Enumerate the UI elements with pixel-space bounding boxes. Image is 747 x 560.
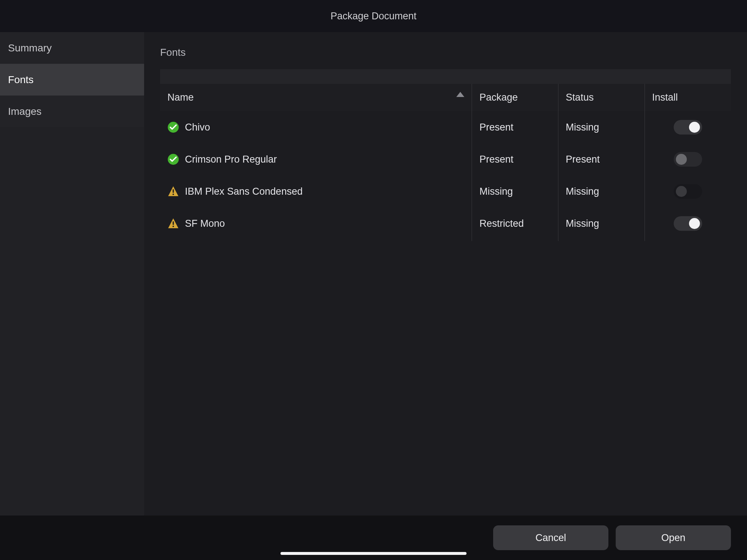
cell-package: Missing — [472, 175, 558, 207]
column-header-package-label: Package — [479, 92, 518, 103]
cell-name: Crimson Pro Regular — [160, 143, 472, 175]
open-button[interactable]: Open — [616, 525, 731, 550]
home-indicator[interactable] — [280, 552, 467, 555]
warning-icon — [167, 218, 179, 229]
column-header-status[interactable]: Status — [558, 84, 645, 111]
cell-status: Missing — [558, 175, 645, 207]
section-title: Fonts — [160, 47, 731, 58]
main-panel: Fonts Name — [144, 32, 747, 516]
cell-package: Present — [472, 143, 558, 175]
sidebar: SummaryFontsImages — [0, 32, 144, 516]
svg-point-5 — [173, 194, 174, 195]
status-value: Missing — [566, 218, 599, 229]
sidebar-item-label: Fonts — [8, 74, 34, 86]
toggle-knob — [676, 154, 687, 165]
checkmark-icon — [167, 121, 179, 133]
package-value: Restricted — [479, 218, 524, 229]
cell-package: Restricted — [472, 207, 558, 241]
font-name: SF Mono — [185, 218, 225, 229]
sidebar-item-fonts[interactable]: Fonts — [0, 64, 144, 96]
svg-marker-0 — [456, 92, 464, 97]
cell-name: Chivo — [160, 111, 472, 143]
toggle-knob — [689, 218, 700, 229]
svg-rect-7 — [173, 221, 174, 225]
column-header-package[interactable]: Package — [472, 84, 558, 111]
install-toggle — [674, 152, 702, 167]
column-header-name[interactable]: Name — [160, 84, 472, 111]
install-toggle[interactable] — [674, 120, 702, 135]
cell-install — [645, 111, 731, 143]
checkmark-icon — [167, 153, 179, 165]
sort-ascending-icon — [456, 92, 464, 97]
font-name: Crimson Pro Regular — [185, 154, 277, 165]
table-row: IBM Plex Sans CondensedMissingMissing — [160, 175, 731, 207]
status-value: Present — [566, 154, 600, 165]
sidebar-item-summary[interactable]: Summary — [0, 32, 144, 64]
cell-install — [645, 143, 731, 175]
table-row: Crimson Pro RegularPresentPresent — [160, 143, 731, 175]
font-table: Name Package Status Install — [160, 69, 731, 241]
toggle-knob — [676, 186, 687, 197]
column-header-install[interactable]: Install — [645, 84, 731, 111]
cell-install — [645, 175, 731, 207]
svg-rect-4 — [173, 189, 174, 193]
sidebar-item-images[interactable]: Images — [0, 96, 144, 127]
package-value: Missing — [479, 186, 513, 197]
cancel-button[interactable]: Cancel — [493, 525, 608, 550]
cell-status: Present — [558, 143, 645, 175]
column-header-install-label: Install — [652, 92, 678, 103]
window-title: Package Document — [0, 0, 747, 32]
cell-install — [645, 207, 731, 241]
install-toggle[interactable] — [674, 184, 702, 199]
table-row: SF MonoRestrictedMissing — [160, 207, 731, 241]
toggle-knob — [689, 122, 700, 133]
window-title-text: Package Document — [330, 11, 417, 22]
install-toggle[interactable] — [674, 216, 702, 231]
package-value: Present — [479, 154, 513, 165]
cell-status: Missing — [558, 207, 645, 241]
package-value: Present — [479, 122, 513, 133]
table-spacer — [160, 69, 731, 84]
cell-name: SF Mono — [160, 207, 472, 241]
svg-point-8 — [173, 226, 174, 227]
table-row: ChivoPresentMissing — [160, 111, 731, 143]
column-header-name-label: Name — [167, 92, 194, 103]
column-header-status-label: Status — [566, 92, 594, 103]
cell-status: Missing — [558, 111, 645, 143]
cell-package: Present — [472, 111, 558, 143]
warning-icon — [167, 186, 179, 197]
cell-name: IBM Plex Sans Condensed — [160, 175, 472, 207]
status-value: Missing — [566, 122, 599, 133]
font-table-wrap: Name Package Status Install — [160, 69, 731, 516]
status-value: Missing — [566, 186, 599, 197]
font-name: IBM Plex Sans Condensed — [185, 186, 303, 197]
font-name: Chivo — [185, 122, 210, 133]
sidebar-item-label: Images — [8, 106, 42, 117]
sidebar-item-label: Summary — [8, 42, 52, 54]
